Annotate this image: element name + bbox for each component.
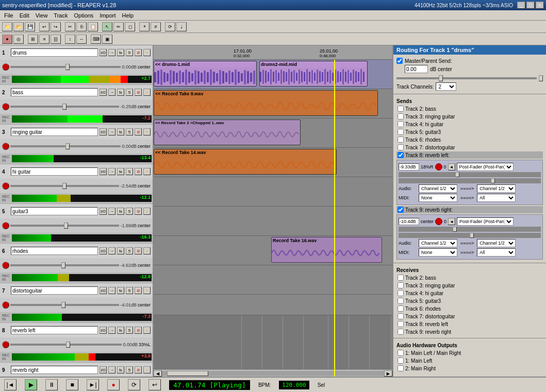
vol-thumb-7[interactable] [61, 302, 65, 308]
hscroll[interactable]: ◄ ► [154, 369, 392, 377]
rec-btn-3[interactable] [2, 143, 9, 150]
track-warn-7[interactable]: ! [143, 287, 151, 294]
clip-3-1[interactable]: << Record Take 2 =Chopped 1..wav [154, 120, 301, 145]
repeat-btn[interactable]: ↩ [148, 379, 161, 390]
track-fx-4[interactable]: fx [117, 168, 124, 175]
track-name-2[interactable] [11, 88, 98, 96]
hw-out-2-cb[interactable] [398, 365, 404, 371]
track-name-5[interactable] [11, 207, 98, 215]
cut-btn[interactable]: ✂ [65, 22, 75, 31]
track-io-6[interactable]: I/O [100, 247, 107, 254]
send-track7-cb[interactable] [398, 144, 404, 150]
send9-mute[interactable] [435, 218, 442, 225]
menu-edit[interactable]: Edit [16, 11, 32, 20]
track-fx-7[interactable]: fx [117, 287, 124, 294]
track-warn-8[interactable]: ! [143, 327, 151, 334]
track-lane-8[interactable] [154, 265, 392, 295]
vol-slider-4[interactable] [10, 185, 119, 187]
send-track4-cb[interactable] [398, 121, 404, 127]
save-btn[interactable]: 💾 [25, 22, 35, 31]
send9-mode-select[interactable]: Post-Fader (Post-Pan) [457, 217, 514, 226]
recv-track4-cb[interactable] [398, 290, 404, 296]
send8-mute[interactable] [435, 163, 442, 171]
master-db-input[interactable] [405, 65, 428, 73]
send8-audio-src[interactable]: Channel 1/2 [419, 184, 457, 193]
vol-thumb-4[interactable] [62, 183, 67, 189]
vol-thumb-6[interactable] [61, 262, 65, 268]
rec-btn-8[interactable] [2, 341, 9, 348]
recv-track8-cb[interactable] [398, 321, 404, 327]
track-mute-2[interactable]: ⊘ [135, 89, 142, 96]
send-track8-cb[interactable] [398, 152, 404, 158]
vol-thumb-3[interactable] [65, 143, 70, 149]
master-pan-thumb[interactable] [539, 75, 543, 81]
timeline[interactable]: 17.01.00 0:32,000 25.01.00 0:48,000 33.0… [154, 45, 392, 60]
pencil-tool[interactable]: ✏ [113, 22, 124, 31]
menu-help[interactable]: Help [119, 11, 137, 20]
rec-btn-5[interactable] [2, 222, 9, 229]
track-mute-7[interactable]: ⊘ [135, 287, 142, 294]
metronome-btn[interactable]: ♩ [176, 22, 187, 31]
loop-btn[interactable]: ⟳ [165, 22, 175, 31]
play-btn[interactable]: ▶ [25, 379, 37, 390]
vol-slider-1[interactable] [10, 66, 121, 68]
clip-7-1[interactable]: Record Take 16.wav [271, 237, 382, 263]
send9-pan-slider[interactable] [399, 233, 541, 238]
track-name-6[interactable] [11, 247, 98, 255]
tb2-btn7[interactable]: ↔ [76, 35, 87, 44]
send9-midi-dst[interactable]: All [477, 248, 516, 257]
send8-vol-slider[interactable] [399, 172, 541, 177]
skip-start-btn[interactable]: |◄ [4, 379, 16, 390]
track-io-7[interactable]: I/O [100, 287, 107, 294]
arrange-content[interactable]: << drums-1.mid [154, 60, 392, 377]
track-warn-6[interactable]: ! [143, 247, 151, 254]
track-arrow-1[interactable]: → [108, 49, 115, 56]
track-io-2[interactable]: I/O [100, 89, 107, 96]
track-fx-5[interactable]: fx [117, 208, 124, 215]
track-5-8[interactable]: 5 [126, 327, 133, 334]
track-lane-5[interactable] [154, 177, 392, 207]
track-5-2[interactable]: 5 [126, 89, 133, 96]
track-5-4[interactable]: 5 [126, 168, 133, 175]
track-5-6[interactable]: 5 [126, 247, 133, 254]
maximize-button[interactable]: □ [526, 2, 535, 9]
send9-vol-slider[interactable] [399, 227, 541, 232]
minimize-button[interactable]: _ [517, 2, 525, 9]
track-name-1[interactable] [11, 48, 98, 57]
open-btn[interactable]: 📂 [13, 22, 24, 31]
rec-btn-6[interactable] [2, 262, 9, 269]
track-arrow-5[interactable]: → [108, 208, 115, 215]
tb2-btn5[interactable]: ||| [51, 35, 61, 44]
track-arrow-7[interactable]: → [108, 287, 115, 294]
track-lane-3[interactable]: << Record Take 2 =Chopped 1..wav [154, 118, 392, 148]
track-arrow-8[interactable]: → [108, 327, 115, 334]
rec-btn-7[interactable] [2, 301, 9, 309]
send-track9-cb[interactable] [398, 207, 404, 213]
vol-slider-8[interactable] [10, 344, 122, 346]
track-fx-9[interactable]: fx [117, 366, 124, 373]
scroll-track[interactable] [162, 371, 384, 376]
vol-thumb-1[interactable] [65, 64, 70, 70]
clip-4-1[interactable]: << Record Take 14.wav [154, 149, 337, 175]
vol-thumb-5[interactable] [64, 223, 68, 229]
menu-import[interactable]: Import [96, 11, 119, 20]
track-name-4[interactable] [11, 167, 98, 176]
rec-btn-4[interactable] [2, 182, 9, 190]
track-name-8[interactable] [11, 326, 98, 334]
track-name-3[interactable] [11, 128, 98, 136]
send8-audio-dst[interactable]: Channel 1/2 [477, 184, 516, 193]
track-warn-5[interactable]: ! [143, 208, 151, 215]
vol-slider-3[interactable] [10, 145, 121, 147]
track-lane-9[interactable] [154, 295, 392, 315]
menu-file[interactable]: File [1, 11, 16, 20]
track-mute-6[interactable]: ⊘ [135, 247, 142, 254]
menu-options[interactable]: Options [71, 11, 96, 20]
track-mute-5[interactable]: ⊘ [135, 208, 142, 215]
track-arrow-9[interactable]: → [108, 366, 115, 373]
redo-btn[interactable]: ↪ [51, 22, 61, 31]
track-5-7[interactable]: 5 [126, 287, 133, 294]
track-io-5[interactable]: I/O [100, 208, 107, 215]
track-mute-8[interactable]: ⊘ [135, 327, 142, 334]
track-warn-2[interactable]: ! [143, 89, 151, 96]
new-btn[interactable]: 📁 [2, 22, 12, 31]
